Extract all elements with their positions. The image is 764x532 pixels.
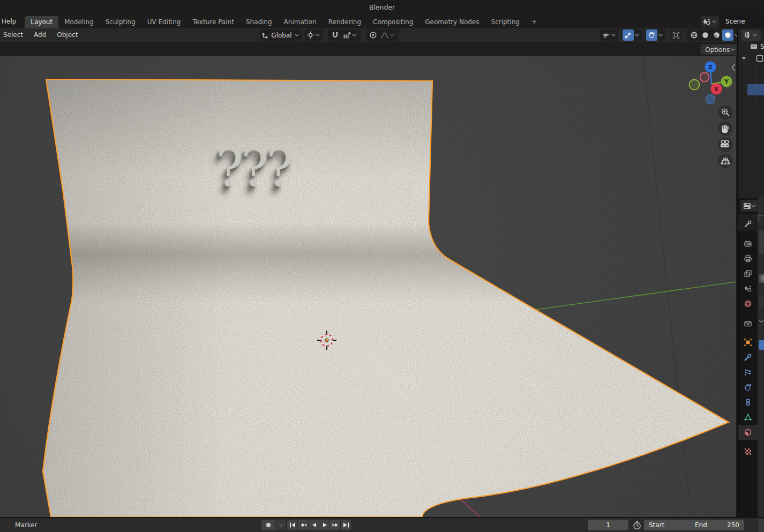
properties-tab-texture[interactable] bbox=[744, 447, 752, 456]
menu-object[interactable]: Object bbox=[51, 28, 83, 42]
properties-tab-render[interactable] bbox=[744, 239, 752, 248]
auto-keying-record-button[interactable] bbox=[261, 520, 275, 530]
content-partial-button[interactable] bbox=[759, 230, 764, 254]
xray-toggle[interactable] bbox=[670, 29, 682, 41]
collection-name-partial[interactable]: S bbox=[760, 43, 764, 50]
play-reverse-button[interactable] bbox=[309, 520, 319, 530]
tab-layout[interactable]: Layout bbox=[25, 16, 58, 28]
object-visibility-dropdown[interactable] bbox=[600, 29, 618, 41]
shading-solid-button[interactable] bbox=[700, 29, 711, 41]
transform-orientation-dropdown[interactable]: Global bbox=[260, 29, 301, 41]
chevron-down-icon[interactable] bbox=[658, 34, 663, 36]
auto-keying-dropdown[interactable] bbox=[276, 520, 286, 530]
gizmo-minus-y-ball[interactable] bbox=[690, 80, 700, 90]
scene-collection-row[interactable] bbox=[750, 42, 758, 50]
properties-tab-particles[interactable] bbox=[744, 368, 752, 377]
properties-tab-constraints[interactable] bbox=[744, 398, 752, 407]
window-title: Blender bbox=[369, 3, 395, 11]
proportional-edit-icon bbox=[369, 31, 377, 39]
gizmo-y-ball[interactable]: Y bbox=[721, 76, 732, 87]
gizmo-minus-x-ball[interactable] bbox=[700, 73, 709, 82]
content-partial-chevron[interactable] bbox=[759, 319, 764, 323]
timeline-bar: Marker bbox=[0, 517, 764, 532]
show-gizmo-toggle[interactable] bbox=[623, 29, 634, 41]
stopwatch-icon[interactable] bbox=[632, 520, 642, 530]
scene-selector-button[interactable] bbox=[701, 16, 719, 27]
properties-tab-modifiers[interactable] bbox=[744, 353, 752, 362]
viewport-header-right bbox=[600, 29, 741, 41]
tab-uv-editing[interactable]: UV Editing bbox=[141, 16, 187, 28]
material-preview-partial bbox=[759, 274, 764, 283]
tab-animation[interactable]: Animation bbox=[278, 16, 323, 28]
chevron-down-icon bbox=[295, 34, 299, 36]
properties-tab-collection[interactable] bbox=[744, 319, 752, 328]
tab-geometry-nodes[interactable]: Geometry Nodes bbox=[419, 16, 485, 28]
shading-material-preview-button[interactable] bbox=[711, 29, 722, 41]
show-overlays-toggle[interactable] bbox=[646, 29, 657, 41]
menu-add[interactable]: Add bbox=[28, 28, 51, 42]
gizmo-minus-z-ball[interactable] bbox=[706, 95, 715, 104]
jump-to-start-button[interactable] bbox=[287, 520, 297, 530]
object-item-icon[interactable] bbox=[756, 55, 763, 62]
proportional-falloff-dropdown[interactable] bbox=[379, 29, 397, 41]
prev-keyframe-button[interactable] bbox=[298, 520, 308, 530]
properties-editor-type-dropdown[interactable] bbox=[740, 200, 758, 212]
tab-modeling[interactable]: Modeling bbox=[58, 16, 100, 28]
camera-view-button[interactable] bbox=[718, 138, 733, 152]
gizmo-z-ball[interactable]: Z bbox=[705, 62, 716, 73]
disclosure-triangle-icon[interactable] bbox=[741, 56, 746, 61]
next-keyframe-button[interactable] bbox=[330, 520, 340, 530]
chevron-down-icon[interactable] bbox=[635, 34, 639, 36]
properties-tab-tool[interactable] bbox=[744, 220, 752, 228]
properties-tab-material[interactable] bbox=[744, 428, 752, 437]
proportional-edit-toggle[interactable] bbox=[368, 29, 379, 41]
tab-scripting[interactable]: Scripting bbox=[485, 16, 526, 28]
zoom-button[interactable] bbox=[718, 106, 733, 120]
magnet-icon bbox=[331, 31, 339, 39]
gizmo-x-ball[interactable]: X bbox=[711, 84, 722, 95]
scene-name-field[interactable]: Scene bbox=[721, 15, 764, 28]
add-workspace-button[interactable]: + bbox=[526, 16, 543, 28]
current-frame-field[interactable]: 1 bbox=[588, 520, 628, 530]
play-button[interactable] bbox=[319, 520, 329, 530]
properties-tab-scene[interactable] bbox=[744, 284, 752, 293]
tab-rendering[interactable]: Rendering bbox=[323, 16, 367, 28]
properties-icon bbox=[743, 202, 751, 210]
properties-tab-object-data[interactable] bbox=[744, 413, 752, 422]
properties-tab-world[interactable] bbox=[744, 299, 752, 308]
chevron-down-icon bbox=[751, 205, 755, 207]
properties-tab-physics[interactable] bbox=[744, 383, 752, 392]
tab-compositing[interactable]: Compositing bbox=[367, 16, 419, 28]
properties-tab-object[interactable] bbox=[744, 338, 752, 347]
snap-with-dropdown[interactable] bbox=[341, 29, 359, 41]
outliner-tree-icon bbox=[744, 31, 752, 39]
menu-help[interactable]: Help bbox=[0, 15, 21, 28]
tab-texture-paint[interactable]: Texture Paint bbox=[186, 16, 239, 28]
menu-select[interactable]: Select bbox=[0, 28, 28, 42]
properties-tab-output[interactable] bbox=[744, 254, 752, 263]
tab-shading[interactable]: Shading bbox=[240, 16, 278, 28]
pivot-point-dropdown[interactable] bbox=[305, 29, 323, 41]
viewport-canvas[interactable]: ??? Z Y bbox=[0, 56, 736, 517]
frame-end-field[interactable]: End 250 bbox=[690, 520, 744, 530]
question-marks-text-object[interactable]: ??? bbox=[216, 139, 291, 198]
titlebar: Blender bbox=[0, 0, 764, 15]
outliner-display-mode-dropdown[interactable] bbox=[741, 29, 761, 41]
perspective-toggle-button[interactable] bbox=[718, 154, 733, 168]
tab-sculpting[interactable]: Sculpting bbox=[100, 16, 141, 28]
menu-marker[interactable]: Marker bbox=[15, 521, 37, 529]
proportional-edit-group bbox=[366, 29, 399, 41]
properties-tab-view-layer[interactable] bbox=[744, 269, 752, 278]
content-partial-blue-button[interactable] bbox=[759, 340, 764, 350]
shading-rendered-button[interactable] bbox=[722, 29, 733, 41]
jump-to-end-button[interactable] bbox=[341, 520, 351, 530]
chevron-down-icon bbox=[712, 20, 716, 23]
snap-toggle-button[interactable] bbox=[329, 29, 341, 41]
outliner-selected-row[interactable] bbox=[747, 84, 764, 95]
content-partial-field[interactable] bbox=[759, 296, 764, 307]
shading-wireframe-button[interactable] bbox=[688, 29, 700, 41]
pan-button[interactable] bbox=[718, 122, 733, 136]
options-dropdown[interactable]: Options bbox=[700, 44, 741, 55]
record-icon bbox=[266, 522, 271, 528]
viewport-header: Select Add Object Global bbox=[0, 28, 736, 42]
